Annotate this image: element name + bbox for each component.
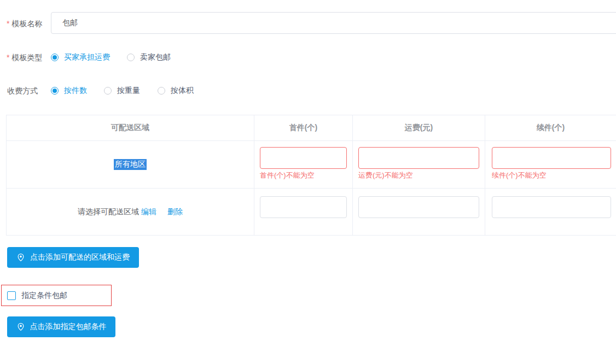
- button-label: 点击添加指定包邮条件: [30, 322, 107, 332]
- header-shipping-fee: 运费(元): [352, 115, 485, 140]
- location-pin-icon: [16, 253, 25, 262]
- radio-buyer-pays[interactable]: 买家承担运费: [51, 52, 110, 62]
- table-header-row: 可配送区域 首件(个) 运费(元) 续件(个): [7, 115, 616, 140]
- conditional-free-shipping-option[interactable]: 指定条件包邮: [1, 285, 112, 306]
- first-piece-error: 首件(个)不能为空: [260, 171, 347, 180]
- shipping-fee-input[interactable]: [358, 147, 479, 169]
- radio-by-piece[interactable]: 按件数: [51, 86, 87, 96]
- additional-piece-input[interactable]: [492, 196, 611, 218]
- shipping-fee-input[interactable]: [358, 196, 479, 218]
- first-piece-input[interactable]: [260, 147, 347, 169]
- button-label: 点击添加可配送的区域和运费: [30, 253, 130, 262]
- checkbox-label: 指定条件包邮: [21, 291, 67, 301]
- add-free-shipping-condition-button[interactable]: 点击添加指定包邮条件: [7, 316, 115, 337]
- shipping-fee-cell: 运费(元)不能为空: [352, 141, 485, 188]
- table-row: 请选择可配送区域 编辑 删除: [7, 188, 616, 235]
- radio-seller-free-shipping[interactable]: 卖家包邮: [127, 52, 171, 62]
- radio-label: 按体积: [171, 86, 194, 96]
- required-asterisk: *: [7, 53, 9, 62]
- edit-link[interactable]: 编辑: [141, 207, 156, 217]
- radio-by-weight[interactable]: 按重量: [104, 86, 140, 96]
- shipping-fee-table: 可配送区域 首件(个) 运费(元) 续件(个) 所有地区 首件(个)不能为空 运…: [6, 115, 616, 236]
- radio-selected-icon: [51, 87, 59, 95]
- header-additional-piece: 续件(个): [485, 115, 616, 140]
- radio-unselected-icon: [127, 54, 135, 61]
- radio-label: 按件数: [64, 86, 87, 96]
- area-cell: 请选择可配送区域 编辑 删除: [7, 189, 254, 235]
- template-name-input[interactable]: [51, 12, 616, 34]
- delete-link[interactable]: 删除: [167, 207, 183, 217]
- first-piece-cell: [254, 189, 352, 235]
- select-area-text: 请选择可配送区域: [78, 207, 139, 217]
- additional-piece-cell: [485, 189, 616, 235]
- additional-piece-cell: 续件(个)不能为空: [485, 141, 616, 188]
- template-type-label: *模板类型: [7, 53, 42, 63]
- radio-label: 按重量: [117, 86, 140, 96]
- radio-unselected-icon: [158, 87, 165, 95]
- shipping-fee-error: 运费(元)不能为空: [358, 171, 479, 180]
- radio-by-volume[interactable]: 按体积: [158, 86, 194, 96]
- template-name-label: *模板名称: [7, 19, 42, 29]
- additional-piece-input[interactable]: [492, 147, 611, 169]
- all-areas-text[interactable]: 所有地区: [114, 159, 147, 170]
- location-pin-icon: [16, 322, 25, 331]
- charge-method-label: 收费方式: [7, 86, 38, 96]
- radio-unselected-icon: [104, 87, 112, 95]
- required-asterisk: *: [7, 19, 9, 28]
- area-cell: 所有地区: [7, 141, 254, 188]
- add-delivery-area-button[interactable]: 点击添加可配送的区域和运费: [7, 247, 139, 268]
- header-delivery-area: 可配送区域: [7, 115, 254, 140]
- radio-label: 买家承担运费: [64, 52, 110, 62]
- shipping-template-form: *模板名称 *模板类型 买家承担运费 卖家包邮 收费方式 按件数 按重量 按体积…: [0, 0, 616, 364]
- shipping-fee-cell: [352, 189, 485, 235]
- header-first-piece: 首件(个): [254, 115, 352, 140]
- checkbox-icon[interactable]: [7, 291, 16, 300]
- first-piece-input[interactable]: [260, 196, 347, 218]
- first-piece-cell: 首件(个)不能为空: [254, 141, 352, 188]
- radio-selected-icon: [51, 54, 59, 61]
- radio-label: 卖家包邮: [140, 52, 171, 62]
- table-row: 所有地区 首件(个)不能为空 运费(元)不能为空 续件(个)不能为空: [7, 140, 616, 188]
- additional-piece-error: 续件(个)不能为空: [492, 171, 611, 180]
